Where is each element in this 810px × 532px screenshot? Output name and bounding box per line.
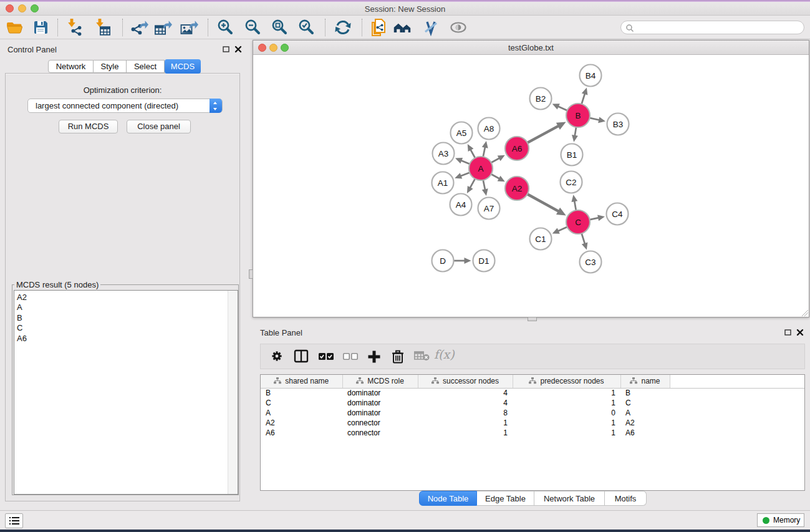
column-header[interactable]: name [620, 375, 670, 388]
run-mcds-button[interactable]: Run MCDS [59, 120, 118, 133]
close-panel-icon[interactable] [234, 46, 242, 53]
zoom-selected-icon[interactable] [297, 18, 316, 37]
result-list-item[interactable]: C [14, 323, 238, 333]
table-cell[interactable]: 1 [513, 418, 620, 428]
mcds-result-title: MCDS result (5 nodes) [14, 280, 100, 289]
graph-edge-arrowhead [582, 88, 588, 95]
graph-edge[interactable] [526, 193, 559, 211]
tab-style[interactable]: Style [94, 60, 127, 73]
close-panel-button[interactable]: Close panel [127, 120, 191, 133]
table-cell[interactable]: dominator [342, 388, 418, 398]
tab-network[interactable]: Network [48, 60, 94, 73]
delete-columns-trash-icon[interactable] [391, 349, 405, 364]
toolbar-separator [57, 19, 58, 36]
table-cell[interactable]: A6 [620, 428, 670, 438]
result-list-item[interactable]: A [14, 302, 238, 312]
table-cell[interactable]: B [261, 388, 342, 398]
table-cell[interactable]: 1 [513, 388, 620, 398]
close-table-panel-icon[interactable] [796, 329, 804, 336]
table-cell[interactable]: 4 [418, 388, 513, 398]
graph-node-label: C1 [535, 235, 546, 244]
table-cell[interactable]: 4 [418, 398, 513, 408]
graph-node-label: A5 [456, 128, 467, 138]
network-canvas[interactable]: B4B2BB3A5A8A6A3B1AC2A1A2A4A7C4CC1C3DD1 [253, 55, 809, 317]
table-cell[interactable]: dominator [342, 398, 418, 408]
table-cell[interactable]: connector [342, 428, 418, 438]
table-cell[interactable]: 1 [513, 428, 620, 438]
first-neighbors-icon[interactable] [393, 18, 412, 37]
table-cell[interactable]: dominator [342, 408, 418, 418]
column-header[interactable]: shared name [261, 375, 342, 388]
graph-node-label: B1 [567, 150, 577, 160]
table-cell[interactable]: C [261, 398, 342, 408]
show-task-history-button[interactable] [5, 513, 23, 528]
import-table-icon[interactable] [94, 18, 112, 37]
table-row[interactable]: Adominator80A [261, 408, 804, 418]
float-table-panel-icon[interactable] [784, 329, 792, 336]
column-type-icon [432, 377, 439, 384]
tab-mcds[interactable]: MCDS [165, 59, 201, 74]
table-row[interactable]: A6connector11A6 [261, 428, 804, 438]
table-cell[interactable]: connector [342, 418, 418, 428]
table-cell[interactable]: 1 [513, 398, 620, 408]
result-list-scrollbar[interactable] [228, 291, 238, 494]
create-new-column-icon[interactable] [367, 349, 382, 364]
table-row[interactable]: Cdominator41C [261, 398, 804, 408]
table-cell[interactable]: 1 [418, 418, 513, 428]
zoom-out-icon[interactable] [243, 18, 262, 37]
result-list-item[interactable]: A2 [14, 293, 238, 302]
criterion-dropdown[interactable]: largest connected component (directed) [27, 99, 223, 113]
level-of-detail-eye-icon[interactable] [449, 18, 468, 37]
tab-select[interactable]: Select [127, 60, 165, 73]
save-session-icon[interactable] [31, 18, 50, 37]
refresh-view-icon[interactable] [334, 18, 352, 37]
table-cell[interactable]: C [620, 398, 670, 408]
mcds-result-list[interactable]: A2ABCA6 [14, 290, 238, 495]
search-input[interactable] [620, 21, 804, 34]
result-list-item[interactable]: B [14, 313, 238, 323]
result-list-item[interactable]: A6 [14, 334, 238, 344]
tab-network-table[interactable]: Network Table [534, 491, 605, 506]
memory-button[interactable]: Memory [757, 513, 804, 527]
table-cell[interactable]: B [620, 388, 670, 398]
export-image-icon[interactable] [180, 18, 199, 37]
graph-edge[interactable] [526, 126, 559, 143]
tab-node-table[interactable]: Node Table [419, 491, 477, 506]
graph-edge-arrowhead [482, 141, 488, 148]
column-header[interactable]: successor nodes [418, 375, 513, 388]
table-cell[interactable]: A [620, 408, 670, 418]
window-resize-grip[interactable] [802, 310, 808, 316]
table-settings-gear-icon[interactable] [270, 349, 284, 363]
show-column-panel-icon[interactable] [294, 349, 309, 363]
table-cell[interactable]: 1 [418, 428, 513, 438]
open-session-icon[interactable] [5, 18, 24, 37]
optimization-criterion-label: Optimization criterion: [6, 85, 239, 95]
network-graph[interactable]: B4B2BB3A5A8A6A3B1AC2A1A2A4A7C4CC1C3DD1 [253, 55, 809, 317]
table-row[interactable]: Bdominator41B [261, 388, 804, 398]
tab-motifs[interactable]: Motifs [605, 491, 647, 506]
import-network-icon[interactable] [65, 18, 84, 37]
float-panel-icon[interactable] [223, 46, 230, 53]
table-cell[interactable]: 0 [513, 408, 620, 418]
show-hide-graphics-details-icon[interactable] [422, 18, 440, 37]
column-type-icon [630, 377, 637, 384]
splitter-grip-bottom[interactable] [528, 317, 537, 321]
table-cell[interactable]: 8 [418, 408, 513, 418]
column-header[interactable]: predecessor nodes [513, 375, 620, 388]
table-cell[interactable]: A2 [261, 418, 342, 428]
table-cell[interactable]: A6 [261, 428, 342, 438]
tab-edge-table[interactable]: Edge Table [477, 491, 534, 506]
new-network-icon[interactable] [369, 18, 388, 37]
export-network-icon[interactable] [130, 18, 149, 37]
table-row[interactable]: A2connector11A2 [261, 418, 804, 428]
select-all-columns-icon[interactable] [318, 349, 334, 363]
unselect-all-columns-icon[interactable] [342, 349, 359, 363]
zoom-in-icon[interactable] [216, 18, 234, 37]
table-cell[interactable]: A [261, 408, 342, 418]
column-header[interactable]: MCDS role [342, 375, 418, 388]
table-cell-filler [670, 388, 804, 398]
export-table-icon[interactable] [154, 18, 173, 37]
table-cell[interactable]: A2 [620, 418, 670, 428]
zoom-fit-icon[interactable] [270, 18, 289, 37]
splitter-grip[interactable] [249, 269, 253, 279]
